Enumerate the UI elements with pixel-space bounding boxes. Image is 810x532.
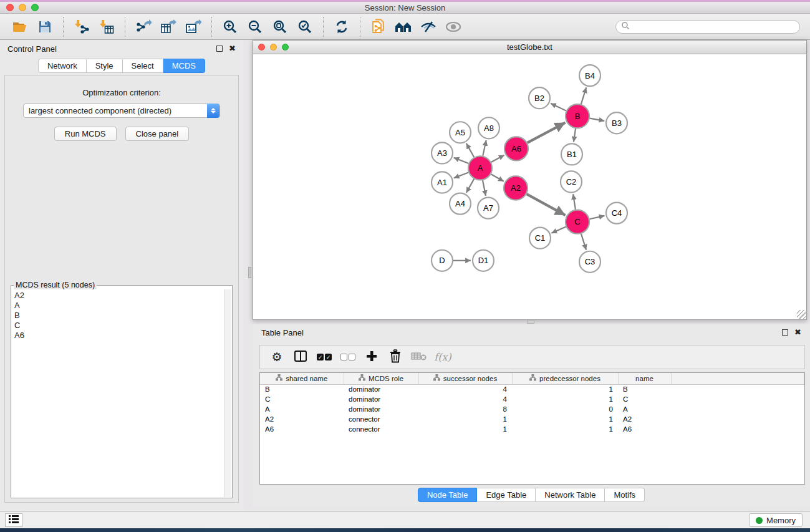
run-mcds-button[interactable]: Run MCDS (54, 127, 117, 141)
open-button[interactable] (7, 16, 32, 37)
graph-edge-B-B1[interactable] (574, 128, 576, 142)
column-header-name[interactable]: name (618, 373, 671, 384)
import-network-button[interactable] (69, 16, 94, 37)
table-cell[interactable]: 1 (512, 384, 618, 394)
graph-edge-C-C1[interactable] (551, 227, 566, 233)
table-cell[interactable]: 1 (418, 414, 512, 424)
close-panel-button[interactable]: Close panel (125, 127, 190, 141)
memory-button[interactable]: Memory (749, 513, 803, 527)
tab-motifs[interactable]: Motifs (605, 488, 645, 502)
window-resize-grip[interactable] (797, 310, 806, 319)
search-input[interactable] (630, 22, 794, 31)
table-cell[interactable]: A2 (618, 414, 671, 424)
deselect-all-columns-button[interactable] (337, 348, 359, 367)
criterion-select[interactable]: largest connected component (directed) (23, 104, 220, 118)
graph-edge-C-C2[interactable] (573, 194, 576, 210)
table-cell[interactable]: 1 (512, 414, 618, 424)
export-image-button[interactable] (181, 16, 206, 37)
task-monitor-button[interactable] (5, 513, 22, 527)
graph-edge-A-A8[interactable] (483, 140, 486, 156)
tab-network[interactable]: Network (38, 59, 87, 73)
table-cell[interactable]: A2 (260, 414, 344, 424)
delete-column-button[interactable] (385, 348, 406, 367)
table-cell[interactable] (671, 394, 804, 404)
table-row[interactable]: Cdominator41C (260, 394, 804, 404)
function-builder-button[interactable]: f(x) (432, 348, 453, 367)
table-cell[interactable] (671, 404, 804, 414)
tab-select[interactable]: Select (123, 59, 163, 73)
show-column-panel-button[interactable] (290, 348, 311, 367)
table-cell[interactable]: B (618, 384, 671, 394)
graph-edge-A-A4[interactable] (466, 179, 474, 193)
tab-network-table[interactable]: Network Table (536, 488, 605, 502)
panel-splitter-grip[interactable] (248, 267, 251, 278)
zoom-out-button[interactable] (243, 16, 268, 37)
table-cell[interactable]: 8 (418, 404, 512, 414)
close-panel-icon[interactable]: ✖ (229, 46, 236, 52)
tab-edge-table[interactable]: Edge Table (477, 488, 536, 502)
tab-mcds[interactable]: MCDS (163, 59, 205, 73)
close-panel-icon[interactable]: ✖ (794, 329, 801, 336)
graph-edge-C-C4[interactable] (590, 216, 605, 219)
show-all-button[interactable] (441, 16, 466, 37)
zoom-selected-button[interactable] (292, 16, 317, 37)
graph-edge-A2-C[interactable] (527, 194, 566, 215)
tab-node-table[interactable]: Node Table (418, 488, 478, 502)
column-header-mcds-role[interactable]: MCDS role (344, 373, 418, 384)
app-titlebar[interactable]: Session: New Session (0, 2, 810, 14)
column-header-successor-nodes[interactable]: successor nodes (418, 373, 512, 384)
zoom-fit-button[interactable] (268, 16, 292, 37)
graph-edge-C-C3[interactable] (581, 234, 586, 250)
graph-edge-A-A5[interactable] (466, 143, 474, 157)
table-cell[interactable]: 0 (512, 404, 618, 414)
network-canvas[interactable]: B4B2BB3A8A5A6A3B1AC2A1A2A4A7C4CC1DD1C3 (253, 54, 806, 319)
select-all-columns-button[interactable]: ✓✓ (314, 348, 335, 367)
table-cell[interactable]: C (260, 394, 344, 404)
import-table-button[interactable] (94, 16, 119, 37)
save-button[interactable] (32, 16, 57, 37)
export-table-button[interactable] (156, 16, 181, 37)
settings-button[interactable]: ⚙ (266, 348, 287, 367)
graph-edge-B-B4[interactable] (581, 87, 586, 104)
graph-edge-A-A2[interactable] (491, 174, 503, 181)
float-panel-icon[interactable] (782, 329, 788, 336)
table-cell[interactable]: A (618, 404, 671, 414)
table-cell[interactable]: connector (344, 414, 418, 424)
delete-table-button[interactable] (408, 348, 430, 367)
mcds-result-scrollbar[interactable] (224, 289, 231, 497)
table-cell[interactable]: B (260, 384, 344, 394)
table-row[interactable]: A2connector11A2 (260, 414, 804, 424)
column-header-shared-name[interactable]: shared name (260, 373, 344, 384)
float-panel-icon[interactable] (216, 46, 223, 52)
table-row[interactable]: A6connector11A6 (260, 424, 804, 434)
table-row[interactable]: Adominator80A (260, 404, 804, 414)
mcds-result-list[interactable]: A2ABCA6 (12, 289, 224, 497)
graph-edge-A-A3[interactable] (454, 158, 469, 163)
mcds-result-item[interactable]: A2 (14, 291, 224, 301)
table-cell[interactable]: dominator (344, 404, 418, 414)
graph-edge-A-A1[interactable] (454, 173, 469, 178)
mcds-result-item[interactable]: A (14, 301, 224, 311)
export-network-button[interactable] (131, 16, 156, 37)
network-window-titlebar[interactable]: testGlobe.txt (253, 41, 806, 54)
table-cell[interactable] (671, 414, 804, 424)
table-cell[interactable]: 4 (418, 384, 512, 394)
table-cell[interactable]: connector (344, 424, 418, 434)
search-field[interactable] (615, 20, 800, 34)
mcds-result-item[interactable]: B (14, 311, 224, 321)
mcds-result-item[interactable]: A6 (14, 331, 224, 341)
table-cell[interactable] (671, 384, 804, 394)
graph-edge-A-A6[interactable] (491, 155, 504, 162)
table-cell[interactable]: A (260, 404, 344, 414)
table-cell[interactable]: A6 (618, 424, 671, 434)
tab-style[interactable]: Style (87, 59, 123, 73)
hide-selected-button[interactable] (416, 16, 441, 37)
table-cell[interactable] (671, 424, 804, 434)
mcds-result-item[interactable]: C (14, 321, 224, 331)
table-cell[interactable]: 1 (512, 394, 618, 404)
table-row[interactable]: Bdominator41B (260, 384, 804, 394)
graph-edge-A6-B[interactable] (528, 123, 566, 143)
graph-edge-A-A7[interactable] (483, 180, 486, 196)
table-cell[interactable]: 4 (418, 394, 512, 404)
table-cell[interactable]: 1 (418, 424, 512, 434)
